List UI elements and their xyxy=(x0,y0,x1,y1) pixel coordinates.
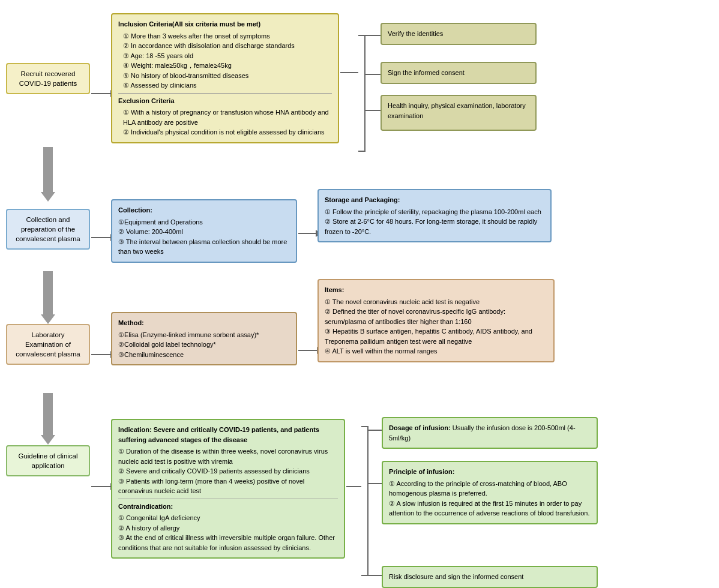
left-box-collection: Collection and preparation of the conval… xyxy=(6,209,90,250)
storage-title: Storage and Packaging: xyxy=(325,195,544,205)
down-head-3 xyxy=(41,435,55,445)
line-to-r4a xyxy=(369,430,382,431)
right-box-health: Health inquiry, physical examination, la… xyxy=(381,95,537,131)
method-item-1: ①Elisa (Enzyme-linked immune sorbent ass… xyxy=(118,330,290,340)
inclusion-item-1: ① More than 3 weeks after the onset of s… xyxy=(123,31,332,41)
right-box-verify: Verify the identities xyxy=(381,23,537,45)
exclusion-item-2: ② Individual's physical condition is not… xyxy=(123,127,332,137)
method-item-3: ③Chemiluminescence xyxy=(118,350,290,360)
arrow-recruit-to-criteria xyxy=(91,93,111,94)
exclusion-items: ① With a history of pregnancy or transfu… xyxy=(118,107,332,137)
center-method-box: Method: ①Elisa (Enzyme-linked immune sor… xyxy=(111,312,297,365)
indication-item-3: ③ Patients with long-term (more than 4 w… xyxy=(118,476,338,496)
right-box-principle: Principle of infusion: ① According to th… xyxy=(382,461,598,524)
line-to-r1c xyxy=(366,110,381,111)
line-to-r1b xyxy=(366,74,381,75)
contraindication-title: Contraindication: xyxy=(118,502,338,512)
contra-item-1: ① Congenital IgA deficiency xyxy=(118,513,338,523)
principle-title: Principle of infusion: xyxy=(389,467,591,477)
inclusion-item-5: ⑤ No history of blood-transmitted diseas… xyxy=(123,71,332,81)
indication-item-2: ② Severe and critically COVID-19 patient… xyxy=(118,466,338,476)
contra-item-2: ② A history of allergy xyxy=(118,523,338,533)
inclusion-item-6: ⑥ Assessed by clinicians xyxy=(123,80,332,91)
items-item-2: ② Defined the titer of novel coronavirus… xyxy=(325,307,547,326)
bracket-right-group1 xyxy=(358,35,366,152)
indication-item-1: ① Duration of the disease is within thre… xyxy=(118,446,338,466)
center-criteria-box: Inclusion Criteria(All six criteria must… xyxy=(111,13,339,143)
line-to-r4b xyxy=(369,483,382,484)
method-item-2: ②Colloidal gold label technology* xyxy=(118,340,290,350)
left-box-recruit: Recruit recovered COVID-19 patients xyxy=(6,63,90,94)
down-head-1 xyxy=(41,192,55,202)
right-box-items: Items: ① The novel coronavirus nucleic a… xyxy=(317,279,555,362)
arrow-collection-to-storage xyxy=(298,233,316,234)
right-box-dosage: Dosage of infusion: Usually the infusion… xyxy=(382,417,598,449)
down-shaft-1 xyxy=(43,147,53,192)
inclusion-title: Inclusion Criteria(All six criteria must… xyxy=(118,19,332,29)
storage-item-1: ① Follow the principle of sterility, rep… xyxy=(325,207,544,217)
right-box-storage: Storage and Packaging: ① Follow the prin… xyxy=(317,189,552,242)
principle-item-1: ① According to the principle of cross-ma… xyxy=(389,479,591,499)
dosage-title: Dosage of infusion: xyxy=(389,424,451,431)
down-arrow-2 xyxy=(41,271,55,324)
exclusion-title: Exclusion Criteria xyxy=(118,96,332,106)
down-shaft-3 xyxy=(43,393,53,435)
right-box-consent: Sign the informed consent xyxy=(381,62,537,84)
center-collection-box: Collection: ①Equipment and Operations ② … xyxy=(111,199,297,263)
arrow-guideline-to-center xyxy=(91,486,111,487)
flowchart-diagram: Recruit recovered COVID-19 patients Incl… xyxy=(6,6,713,582)
principle-item-2: ② A slow infusion is required at the fir… xyxy=(389,499,591,518)
contra-item-3: ③ At the end of critical illness with ir… xyxy=(118,533,338,553)
collection-item-2: ② Volume: 200-400ml xyxy=(118,227,290,237)
down-shaft-2 xyxy=(43,271,53,314)
items-item-1: ① The novel coronavirus nucleic acid tes… xyxy=(325,297,547,307)
arrow-collection-to-center xyxy=(91,237,111,238)
center-indication-box: Indication: Severe and critically COVID-… xyxy=(111,419,345,559)
inclusion-item-2: ② In accordance with disisolation and di… xyxy=(123,41,332,51)
indication-title: Indication: Severe and critically COVID-… xyxy=(118,425,338,445)
line-to-r4c xyxy=(369,575,382,576)
left-box-guideline: Guideline of clinical application xyxy=(6,445,90,476)
bracket-right-group4 xyxy=(361,426,369,576)
items-title: Items: xyxy=(325,285,547,295)
collection-item-1: ①Equipment and Operations xyxy=(118,217,290,227)
arrow-lab-to-center xyxy=(91,354,111,355)
arrow-indication-to-bracket xyxy=(346,486,361,487)
inclusion-item-3: ③ Age: 18 -55 years old xyxy=(123,51,332,61)
down-arrow-3 xyxy=(41,393,55,445)
items-item-4: ④ ALT is well within the normal ranges xyxy=(325,346,547,356)
right-box-risk: Risk disclosure and sign the informed co… xyxy=(382,566,598,588)
inclusion-items: ① More than 3 weeks after the onset of s… xyxy=(118,31,332,91)
left-box-laboratory: Laboratory Examination of convalescent p… xyxy=(6,324,90,365)
items-item-3: ③ Hepatitis B surface antigen, hepatitis… xyxy=(325,326,547,346)
down-head-2 xyxy=(41,314,55,324)
inclusion-item-4: ④ Weight: male≥50kg，female≥45kg xyxy=(123,61,332,71)
storage-item-2: ② Store at 2-6°C for 48 hours. For long-… xyxy=(325,217,544,236)
exclusion-item-1: ① With a history of pregnancy or transfu… xyxy=(123,107,332,127)
collection-title: Collection: xyxy=(118,205,290,215)
collection-item-3: ③ The interval between plasma collection… xyxy=(118,237,290,257)
arrow-criteria-to-bracket xyxy=(340,72,358,73)
down-arrow-1 xyxy=(41,147,55,202)
method-title: Method: xyxy=(118,318,290,328)
arrow-method-to-items xyxy=(298,350,317,351)
line-to-r1a xyxy=(366,35,381,36)
